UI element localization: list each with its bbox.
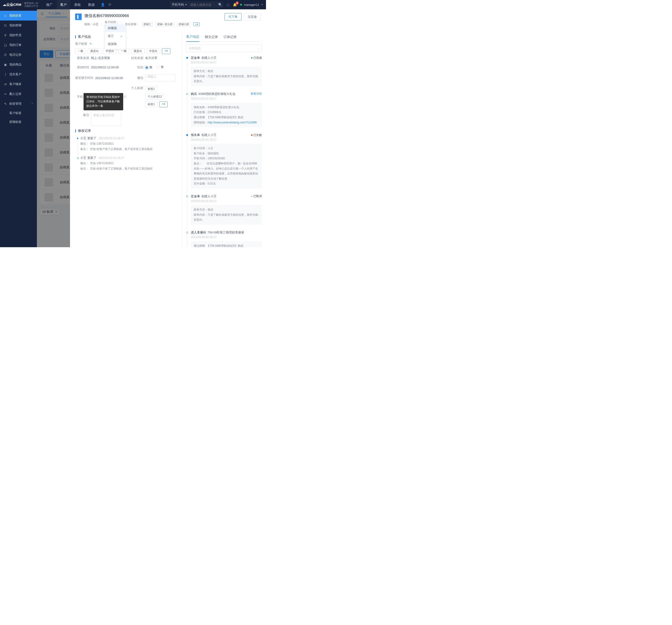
group-tag[interactable]: 群聊六群 <box>177 22 191 27</box>
customer-avatar-icon: ▌ <box>75 14 82 20</box>
nav-data[interactable]: 数据 <box>85 0 98 9</box>
edit-icon[interactable]: ✎ <box>90 42 92 46</box>
nav-promo[interactable]: 推广 <box>43 0 56 9</box>
manager-dropdown: 师馨薇 张三✓ 俱保咏 <box>105 23 125 49</box>
search-group: 手机号码▼ 🔍 <box>170 1 223 8</box>
group-tag[interactable]: 群聊三 <box>142 22 153 27</box>
personal-tag[interactable]: 标签1 <box>145 101 158 107</box>
sidebar: ☺我的好友 ☷我的群聊 ⚲我的学员 ❏我的订单 ✆电话记录 ▣我的商品 ⤴流失客… <box>0 9 37 247</box>
logo: ☁云朵CRM 教育机构一站式服务云平台 <box>3 2 38 7</box>
wechat-input[interactable]: 请输入 <box>145 74 175 81</box>
customer-tag[interactable]: 一般 <box>75 48 86 54</box>
section-history-header: 修改记录 <box>75 129 182 133</box>
customer-tag[interactable]: 一般 <box>119 48 129 54</box>
mobile-icon[interactable]: ▢ <box>226 3 230 6</box>
nav-customer[interactable]: 客户 <box>57 0 70 9</box>
history-item: 小王 更新了2021/01/30 01:38:27微信：空值-136721828… <box>76 136 177 156</box>
customer-tag[interactable]: 高意向 <box>88 48 101 54</box>
sidebar-group-tags[interactable]: 群聊标签 <box>0 118 37 126</box>
tab-activity[interactable]: 客户动态 <box>186 32 199 42</box>
sidebar-groups[interactable]: ☷我的群聊 <box>0 21 37 30</box>
tab-chat[interactable]: 聊天记录 <box>205 32 218 42</box>
phone-icon[interactable]: ✆ <box>109 3 111 6</box>
customer-tag[interactable]: 高意向 <box>131 48 145 54</box>
section-info-header: 客户信息 <box>75 35 182 39</box>
logo-mark: ☁云朵CRM <box>3 3 21 7</box>
search-input[interactable] <box>189 3 217 6</box>
check-icon: ✓ <box>120 34 123 38</box>
manager-option[interactable]: 师馨薇 <box>105 24 125 32</box>
manager-option[interactable]: 张三✓ <box>105 32 125 40</box>
remark-input[interactable] <box>91 111 121 126</box>
place-order-button[interactable]: 代下单 <box>224 13 241 21</box>
customer-tag[interactable]: 中意向 <box>103 48 117 54</box>
sidebar-delete[interactable]: ✂删人记录 <box>0 89 37 99</box>
personal-tag[interactable]: 标签1 <box>145 86 158 92</box>
sidebar-goods[interactable]: ▣我的商品 <box>0 60 37 70</box>
link[interactable]: http://www.yunduoketang.com/?123456 <box>208 121 257 124</box>
activity-filter-select[interactable]: 全部动态⌄ <box>186 45 262 52</box>
notification-icon[interactable]: 🔔5 <box>233 3 237 6</box>
feed-item: 定金单创建人小王已取消2020/01/30 01:38:27跟单方式：电话跟单内… <box>186 194 262 230</box>
phone-tooltip: 查询到此手机号码在系统中已存在，可以将两条客户数据合并为一条 <box>83 93 123 110</box>
sidebar-orders[interactable]: ❏我的订单 <box>0 40 37 50</box>
user-menu[interactable]: manager11▼ <box>240 3 263 6</box>
manager-option[interactable]: 俱保咏 <box>105 40 125 48</box>
view-detail-link[interactable]: 查看详情 <box>250 92 262 96</box>
nav-qc[interactable]: 质检 <box>71 0 84 9</box>
personal-tag[interactable]: 个人标签12 <box>145 94 165 100</box>
sidebar-inherit[interactable]: ⇄客户继承 <box>0 79 37 89</box>
feed-item: 进入直播间759-59班第三期理财直播课2021/01/30 01:38:27通… <box>186 230 262 247</box>
feed-item: 购买4399理财课进阶课程大礼包查看详情2021/01/30 01:38:27课… <box>186 92 262 133</box>
customer-tag[interactable]: 中意向 <box>146 48 160 54</box>
radio-male[interactable]: 男 <box>145 66 152 70</box>
sidebar-tags[interactable]: ✎标签管理⌃ <box>0 99 37 109</box>
tag-more[interactable]: +4 <box>162 48 170 54</box>
radio-female[interactable]: 女 <box>157 65 164 69</box>
search-type-select[interactable]: 手机号码▼ <box>170 3 189 7</box>
personal-tag-more[interactable]: +4 <box>159 101 168 107</box>
sidebar-friends[interactable]: ☺我的好友 <box>0 11 37 21</box>
customer-drawer: ▌ 微信名称6789990000966 昵称：小王 | 客户经理：张三 ▲ | … <box>70 9 266 247</box>
tab-order[interactable]: 订单记录 <box>223 32 237 42</box>
customer-title: 微信名称6789990000966 <box>85 13 200 19</box>
history-item: 小王 更新了2021/01/30 01:38:27微信：空值-136721828… <box>76 156 177 175</box>
sidebar-students[interactable]: ⚲我的学员 <box>0 30 37 40</box>
feed-item: 定金单创建人小王已完成2020/01/30 01:38:27跟单方式：电话跟单内… <box>186 56 262 92</box>
user-icon[interactable]: 👤 <box>101 3 105 6</box>
sidebar-customer-tags[interactable]: 客户标签 <box>0 109 37 118</box>
sidebar-calls[interactable]: ✆电话记录 <box>0 50 37 60</box>
feed-item: 报名单创建人小王已失败2020/01/30 01:38:27客户经理：小王客户姓… <box>186 133 262 194</box>
logo-subtitle: 教育机构一站式服务云平台 <box>23 2 38 7</box>
topbar: ☁云朵CRM 教育机构一站式服务云平台 推广 客户 质检 数据 👤 ✆ 手机号码… <box>0 0 266 9</box>
sidebar-lost[interactable]: ⤴流失客户 <box>0 70 37 79</box>
group-tag[interactable]: 群聊一群大群 <box>155 22 174 27</box>
search-icon[interactable]: 🔍 <box>217 3 223 6</box>
copy-icon[interactable]: ⎘ <box>123 95 127 99</box>
group-more[interactable]: +4 <box>193 22 200 26</box>
deposit-button[interactable]: 交定金 <box>244 13 261 21</box>
top-nav: 推广 客户 质检 数据 <box>43 0 98 9</box>
